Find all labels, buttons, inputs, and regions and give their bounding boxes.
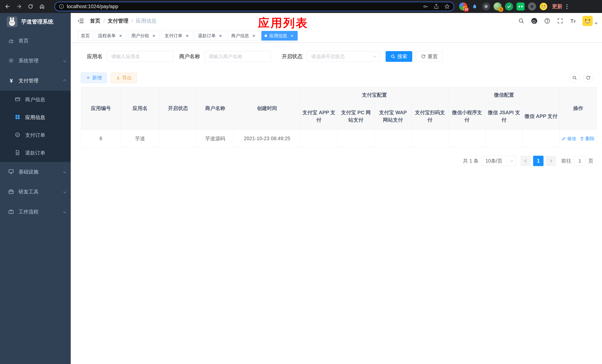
site-info-icon[interactable]: [59, 4, 64, 9]
home-button[interactable]: [38, 2, 46, 11]
help-icon[interactable]: [544, 17, 551, 25]
sidebar-item-label: 首页: [19, 37, 29, 44]
close-tab-icon[interactable]: ×: [184, 33, 190, 38]
close-tab-icon[interactable]: ×: [218, 33, 223, 38]
sidebar-item-system[interactable]: 系统管理: [0, 51, 71, 71]
reset-button[interactable]: 重置: [416, 51, 443, 62]
edit-link[interactable]: 修改: [562, 136, 576, 142]
group-header-wechat: 微信配置: [449, 87, 559, 103]
col-header-merchant-name: 商户名称: [197, 87, 234, 130]
extension-dark-icon[interactable]: [482, 2, 490, 11]
add-button[interactable]: 新增: [81, 73, 107, 83]
export-button-label: 导出: [122, 75, 132, 81]
next-page-button[interactable]: [546, 156, 556, 166]
browser-avatar-icon[interactable]: [539, 2, 548, 11]
close-tab-icon[interactable]: ×: [118, 33, 123, 38]
github-icon[interactable]: [531, 17, 538, 25]
search-icon[interactable]: [517, 17, 525, 25]
sidebar-item-app-info[interactable]: 应用信息: [0, 108, 71, 126]
close-tab-icon[interactable]: ×: [251, 33, 256, 38]
trash-icon: [580, 137, 584, 141]
sidebar-item-label: 基础设施: [19, 169, 39, 175]
extension-green-check-icon[interactable]: [505, 2, 513, 11]
breadcrumb-separator: /: [131, 18, 133, 24]
goto-label: 前往: [561, 158, 571, 164]
breadcrumb-payment[interactable]: 支付管理: [108, 17, 129, 24]
page-size-select[interactable]: 10条/页: [482, 156, 516, 166]
document-icon: [15, 150, 21, 156]
navbar: 首页 / 支付管理 / 应用信息 应用列表: [71, 13, 602, 29]
tab-home[interactable]: 首页: [78, 31, 93, 41]
sidebar-item-infrastructure[interactable]: 基础设施: [0, 162, 71, 182]
tab-label: 首页: [81, 33, 90, 39]
home-icon: [39, 4, 45, 9]
fullscreen-icon[interactable]: [557, 17, 564, 25]
delete-link[interactable]: 删除: [580, 136, 595, 142]
sidebar-item-payment[interactable]: ¥ 支付管理: [0, 71, 71, 91]
hamburger-icon: [77, 17, 84, 24]
browser-chrome: localhost:1024/pay/app 10 1 更新: [0, 0, 602, 13]
chevron-down-icon: [63, 171, 66, 173]
breadcrumb-home[interactable]: 首页: [90, 17, 100, 24]
extension-wechat-icon[interactable]: [516, 2, 525, 11]
browser-update-button[interactable]: 更新: [552, 3, 562, 10]
address-bar[interactable]: localhost:1024/pay/app: [54, 2, 454, 11]
avatar[interactable]: [582, 16, 593, 26]
sidebar-item-merchant-info[interactable]: 商户信息: [0, 91, 71, 108]
sidebar-item-label: 支付管理: [19, 77, 39, 84]
export-button[interactable]: 导出: [111, 73, 137, 83]
forward-button[interactable]: [15, 2, 23, 11]
close-tab-icon[interactable]: ×: [289, 33, 294, 38]
extension-profile-icon[interactable]: 1: [494, 2, 502, 11]
workflow-icon: [8, 209, 14, 215]
app-name-input[interactable]: [107, 51, 174, 62]
page-1-button[interactable]: 1: [533, 156, 544, 166]
sidebar-item-home[interactable]: 首页: [0, 31, 71, 51]
tab-process-form[interactable]: 流程表单 ×: [95, 31, 126, 41]
col-header-create-time: 创建时间: [234, 87, 301, 130]
tab-label: 退款订单: [198, 33, 216, 39]
pagination: 共 1 条 10条/页 1 前往 页: [71, 156, 593, 166]
search-button-label: 搜索: [397, 53, 407, 60]
search-button[interactable]: 搜索: [386, 51, 412, 62]
prev-page-button[interactable]: [521, 156, 531, 166]
chevron-right-icon: [549, 160, 552, 162]
back-button[interactable]: [3, 2, 12, 11]
sidebar-item-refund-orders[interactable]: 退款订单: [0, 144, 71, 162]
tab-refund-orders[interactable]: 退款订单 ×: [195, 31, 226, 41]
share-icon[interactable]: [433, 3, 439, 10]
sidebar-item-dev-tools[interactable]: 研发工具: [0, 182, 71, 202]
user-menu[interactable]: [582, 16, 598, 26]
goto-page-input[interactable]: [574, 156, 586, 166]
font-size-icon[interactable]: [570, 17, 577, 25]
password-key-icon[interactable]: [423, 3, 429, 10]
browser-menu-button[interactable]: [565, 3, 569, 10]
logo-bunny-icon: [7, 16, 17, 27]
status-select-placeholder: 请选择开启状态: [311, 53, 345, 60]
breadcrumb-current: 应用信息: [136, 17, 157, 24]
status-select[interactable]: 请选择开启状态: [307, 51, 380, 62]
extension-colorwheel-icon[interactable]: 10: [459, 2, 467, 11]
toolbox-icon: [8, 189, 14, 195]
col-header-app-name: 应用名: [121, 87, 159, 130]
tab-pay-orders[interactable]: 支付订单 ×: [161, 31, 193, 41]
sidebar-toggle-button[interactable]: [77, 17, 85, 25]
cell-app-name: 芋道: [121, 130, 159, 148]
chevron-down-icon: [373, 54, 376, 57]
sidebar-item-workflow[interactable]: 工作流程: [0, 202, 71, 222]
extension-drop-icon[interactable]: [471, 2, 479, 11]
sidebar-item-pay-orders[interactable]: 支付订单: [0, 126, 71, 144]
toggle-search-button[interactable]: [570, 73, 580, 83]
col-header-status: 开启状态: [159, 87, 197, 130]
merchant-name-input[interactable]: [204, 51, 271, 62]
tab-merchant-info[interactable]: 商户信息 ×: [228, 31, 259, 41]
refresh-table-button[interactable]: [583, 73, 593, 83]
tab-user-group[interactable]: 用户分组 ×: [128, 31, 160, 41]
sidebar-item-label: 商户信息: [25, 96, 45, 103]
tab-app-info[interactable]: 应用信息 ×: [261, 31, 298, 41]
extension-pin-icon[interactable]: [528, 2, 536, 11]
close-tab-icon[interactable]: ×: [151, 33, 156, 38]
page-annotation: 应用列表: [258, 15, 308, 31]
bookmark-star-icon[interactable]: [444, 3, 450, 10]
reload-button[interactable]: [26, 2, 35, 11]
